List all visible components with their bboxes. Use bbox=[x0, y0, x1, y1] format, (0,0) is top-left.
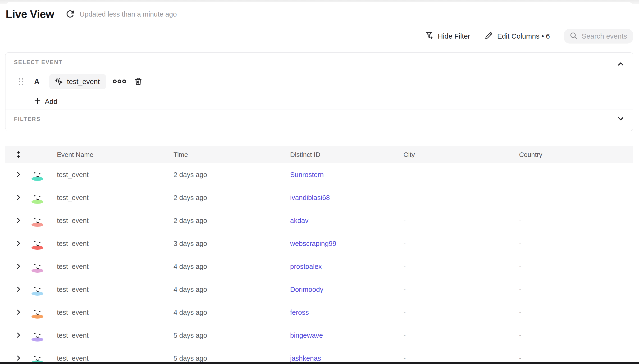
avatar-cell bbox=[32, 329, 57, 342]
distinct-id-link[interactable]: jashkenas bbox=[290, 354, 321, 362]
column-event-name: Event Name bbox=[57, 151, 173, 158]
country-cell: - bbox=[519, 217, 633, 224]
avatar[interactable] bbox=[32, 223, 43, 227]
search-icon bbox=[569, 32, 578, 41]
avatar[interactable] bbox=[32, 177, 43, 181]
collapse-select-event-button[interactable] bbox=[615, 59, 626, 70]
city-cell: - bbox=[403, 171, 519, 179]
expand-row-button[interactable] bbox=[5, 324, 32, 347]
refresh-button[interactable] bbox=[65, 8, 76, 20]
search-box[interactable] bbox=[564, 29, 633, 44]
chevron-up-icon bbox=[616, 60, 625, 69]
time-cell: 5 days ago bbox=[173, 354, 290, 362]
select-event-label: SELECT EVENT bbox=[14, 59, 63, 66]
city-cell: - bbox=[403, 194, 519, 202]
expand-row-button[interactable] bbox=[5, 301, 32, 324]
avatar[interactable] bbox=[32, 200, 43, 204]
time-cell: 5 days ago bbox=[173, 332, 290, 340]
page-title: Live View bbox=[6, 8, 54, 20]
distinct-id-link[interactable]: prostoalex bbox=[290, 263, 322, 270]
table-row[interactable]: test_event 4 days ago prostoalex - - bbox=[5, 255, 633, 278]
event-name-cell: test_event bbox=[57, 286, 173, 294]
distinct-id-link[interactable]: bingewave bbox=[290, 332, 323, 339]
distinct-id-link[interactable]: Dorimoody bbox=[290, 286, 323, 293]
edit-columns-label: Edit Columns • 6 bbox=[497, 32, 550, 40]
table-row[interactable]: test_event 3 days ago webscraping99 - - bbox=[5, 232, 633, 255]
expand-row-button[interactable] bbox=[5, 232, 32, 255]
avatar-cell bbox=[32, 306, 57, 319]
city-cell: - bbox=[403, 240, 519, 248]
expand-row-button[interactable] bbox=[5, 209, 32, 232]
event-selector-pill[interactable]: test_event bbox=[49, 74, 106, 89]
column-time: Time bbox=[173, 151, 290, 158]
avatar[interactable] bbox=[32, 246, 43, 250]
distinct-id-link[interactable]: feross bbox=[290, 308, 309, 316]
plus-icon bbox=[34, 97, 42, 106]
chevron-right-icon bbox=[15, 216, 22, 225]
hide-filter-label: Hide Filter bbox=[438, 32, 470, 40]
add-event-button[interactable]: Add bbox=[34, 96, 57, 108]
chevron-right-icon bbox=[15, 262, 22, 271]
avatar-cell bbox=[32, 283, 57, 296]
chevron-down-icon bbox=[616, 114, 625, 124]
distinct-id-link[interactable]: webscraping99 bbox=[290, 240, 336, 247]
distinct-id-link[interactable]: Sunrostern bbox=[290, 171, 324, 178]
city-cell: - bbox=[403, 354, 519, 362]
time-cell: 3 days ago bbox=[173, 240, 290, 248]
expand-row-button[interactable] bbox=[5, 163, 32, 186]
avatar[interactable] bbox=[32, 292, 43, 296]
event-name-cell: test_event bbox=[57, 194, 173, 202]
chevron-right-icon bbox=[15, 354, 22, 362]
drag-handle[interactable] bbox=[19, 78, 23, 85]
events-table: Event Name Time Distinct ID City Country bbox=[5, 146, 633, 364]
search-input[interactable] bbox=[582, 32, 628, 40]
distinct-id-link[interactable]: akdav bbox=[290, 217, 308, 224]
expand-row-button[interactable] bbox=[5, 255, 32, 278]
series-letter: A bbox=[34, 78, 39, 86]
edit-columns-button[interactable]: Edit Columns • 6 bbox=[484, 31, 550, 42]
event-name-cell: test_event bbox=[57, 240, 173, 248]
city-cell: - bbox=[403, 286, 519, 294]
avatar[interactable] bbox=[32, 338, 43, 342]
hide-filter-button[interactable]: Hide Filter bbox=[424, 31, 470, 42]
column-distinct-id: Distinct ID bbox=[290, 151, 403, 158]
table-row[interactable]: test_event 4 days ago feross - - bbox=[5, 301, 633, 324]
expand-row-button[interactable] bbox=[5, 186, 32, 209]
trash-icon bbox=[133, 76, 143, 87]
expand-row-button[interactable] bbox=[5, 278, 32, 301]
delete-event-button[interactable] bbox=[132, 76, 144, 87]
query-builder-card: SELECT EVENT A test_event bbox=[5, 52, 633, 131]
table-body: test_event 2 days ago Sunrostern - - bbox=[5, 163, 633, 364]
avatar-cell bbox=[32, 168, 57, 181]
bottom-screen-edge bbox=[0, 362, 639, 364]
table-header: Event Name Time Distinct ID City Country bbox=[5, 146, 633, 163]
table-row[interactable]: test_event 5 days ago bingewave - - bbox=[5, 324, 633, 347]
time-cell: 2 days ago bbox=[173, 217, 290, 224]
table-row[interactable]: test_event 2 days ago ivandiblasi68 - - bbox=[5, 186, 633, 209]
country-cell: - bbox=[519, 354, 633, 362]
event-more-options-button[interactable] bbox=[113, 76, 126, 87]
chevron-right-icon bbox=[15, 194, 22, 202]
country-cell: - bbox=[519, 332, 633, 340]
expand-filters-button[interactable] bbox=[615, 114, 626, 124]
event-name-cell: test_event bbox=[57, 332, 173, 340]
event-pill-label: test_event bbox=[67, 78, 100, 86]
country-cell: - bbox=[519, 171, 633, 179]
chevron-right-icon bbox=[15, 171, 22, 179]
title-row: Live View Updated less than a minute ago bbox=[6, 8, 177, 21]
ellipsis-icon bbox=[113, 79, 126, 84]
table-row[interactable]: test_event 4 days ago Dorimoody - - bbox=[5, 278, 633, 301]
city-cell: - bbox=[403, 308, 519, 316]
avatar[interactable] bbox=[32, 314, 43, 318]
avatar[interactable] bbox=[32, 268, 43, 273]
chevron-right-icon bbox=[15, 331, 22, 340]
avatar-cell bbox=[32, 237, 57, 250]
time-cell: 2 days ago bbox=[173, 171, 290, 179]
time-cell: 4 days ago bbox=[173, 263, 290, 270]
distinct-id-link[interactable]: ivandiblasi68 bbox=[290, 194, 330, 202]
event-clause-row: A test_event bbox=[19, 74, 144, 90]
collapse-all-rows-button[interactable] bbox=[5, 146, 32, 164]
table-row[interactable]: test_event 2 days ago akdav - - bbox=[5, 209, 633, 232]
table-row[interactable]: test_event 2 days ago Sunrostern - - bbox=[5, 163, 633, 186]
country-cell: - bbox=[519, 308, 633, 316]
